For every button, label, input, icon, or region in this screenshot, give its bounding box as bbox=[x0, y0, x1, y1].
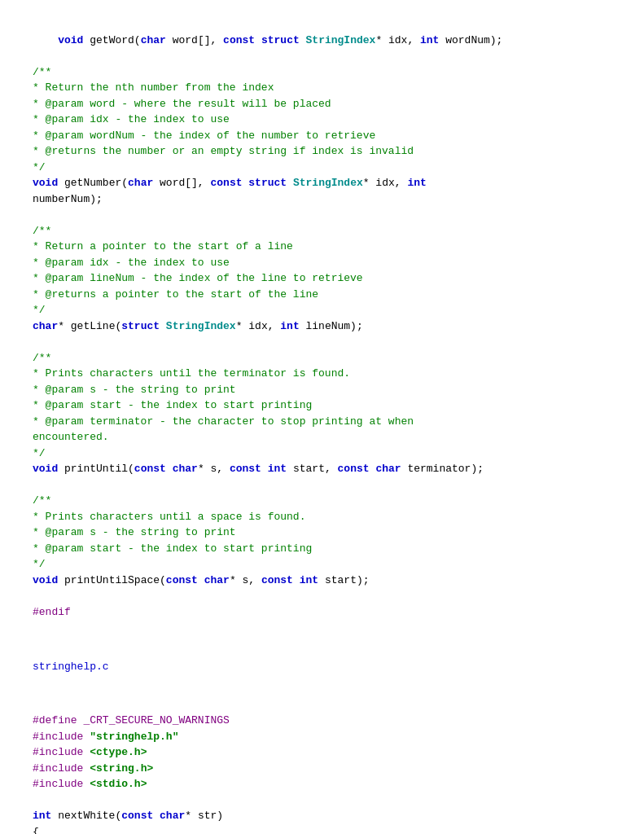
code-line-printuntilspace: void printUntilSpace(const char* s, cons… bbox=[33, 574, 370, 586]
blank-line-3 bbox=[33, 336, 39, 348]
code-line-define: #define _CRT_SECURE_NO_WARNINGS bbox=[33, 714, 230, 726]
comment-printuntil: /** * Prints characters until the termin… bbox=[33, 352, 414, 459]
code-viewer: void getWord(char word[], const struct S… bbox=[33, 16, 611, 834]
comment-getnumber: /** * Return the nth number from the ind… bbox=[33, 66, 414, 173]
code-line-getword: void getWord(char word[], const struct S… bbox=[58, 34, 502, 46]
blank-line-6 bbox=[33, 699, 39, 711]
code-line-open-brace: { bbox=[33, 826, 39, 835]
code-line-include-ctype: #include <ctype.h> bbox=[33, 746, 147, 758]
code-line-printuntil: void printUntil(const char* s, const int… bbox=[33, 463, 484, 475]
code-line-include-string: #include <string.h> bbox=[33, 762, 153, 775]
file-section-separator: stringhelp.c bbox=[33, 659, 611, 675]
comment-getline: /** * Return a pointer to the start of a… bbox=[33, 225, 363, 317]
blank-line-5 bbox=[33, 590, 39, 602]
blank-line-1 bbox=[33, 50, 39, 62]
comment-printuntilspace: /** * Prints characters until a space is… bbox=[33, 494, 312, 570]
code-line-getline: char* getLine(struct StringIndex* idx, i… bbox=[33, 320, 363, 332]
blank-line-7 bbox=[33, 794, 39, 806]
code-line-nextwhite-sig: int nextWhite(const char* str) bbox=[33, 810, 223, 822]
code-section-2: #define _CRT_SECURE_NO_WARNINGS #include… bbox=[33, 681, 611, 834]
file-link-stringhelp[interactable]: stringhelp.c bbox=[33, 661, 109, 673]
code-line-endif: #endif bbox=[33, 606, 71, 618]
code-section-1: void getWord(char word[], const struct S… bbox=[33, 16, 611, 636]
code-line-include-stdio: #include <stdio.h> bbox=[33, 778, 147, 790]
code-line-include-stringhelp: #include "stringhelp.h" bbox=[33, 731, 178, 743]
code-line-getnumber-1: void getNumber(char word[], const struct… bbox=[33, 177, 427, 205]
blank-line-4 bbox=[33, 479, 39, 491]
blank-line-2 bbox=[33, 208, 39, 221]
